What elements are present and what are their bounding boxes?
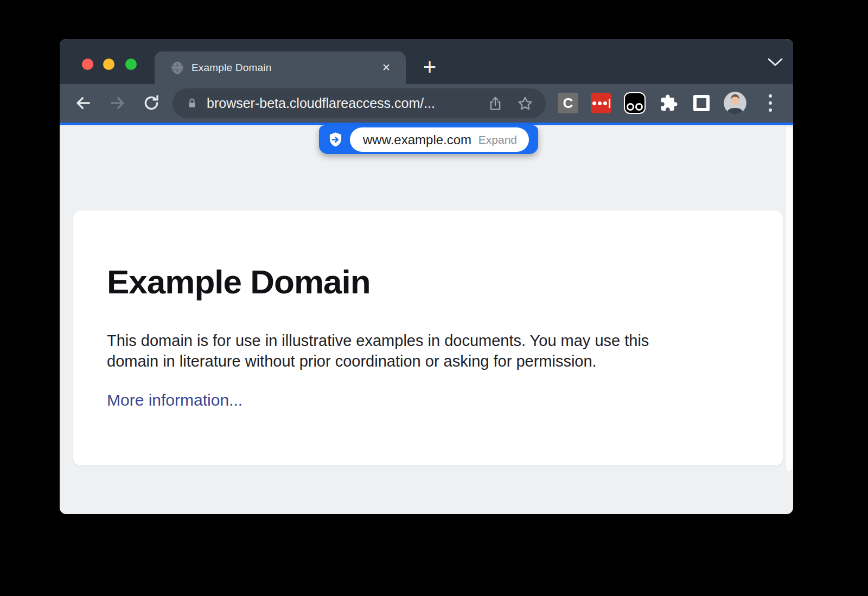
- extension-squircle-button[interactable]: [624, 92, 646, 114]
- lastpass-dot-icon: [592, 101, 596, 105]
- kebab-dot-icon: [769, 108, 772, 112]
- window-zoom-button[interactable]: [125, 59, 137, 70]
- tab-search-button[interactable]: [767, 57, 783, 67]
- tab-close-button[interactable]: ✕: [379, 60, 394, 75]
- isolation-banner[interactable]: www.example.com Expand: [319, 125, 538, 154]
- tab-strip: Example Domain ✕ +: [60, 39, 793, 84]
- extension-lastpass-button[interactable]: [591, 93, 611, 113]
- isolated-domain-text: www.example.com: [363, 132, 471, 148]
- expand-button[interactable]: Expand: [478, 133, 517, 146]
- back-arrow-icon: [74, 94, 92, 112]
- page-body: This domain is for use in illustrative e…: [107, 330, 749, 371]
- browser-menu-button[interactable]: [766, 93, 775, 113]
- page-body-line: This domain is for use in illustrative e…: [107, 330, 749, 351]
- new-tab-button[interactable]: +: [417, 56, 443, 82]
- forward-button[interactable]: [107, 93, 128, 113]
- puzzle-icon: [660, 94, 678, 112]
- toolbar: browser-beta.cloudflareaccess.com/... C: [60, 84, 793, 123]
- globe-favicon-icon: [170, 61, 184, 75]
- reload-button[interactable]: [141, 93, 162, 113]
- chevron-down-icon: [767, 57, 783, 67]
- isolation-domain-pill: www.example.com Expand: [350, 127, 529, 152]
- lastpass-dot-icon: [603, 101, 607, 105]
- forward-arrow-icon: [108, 94, 127, 112]
- extension-c-button[interactable]: C: [558, 93, 578, 113]
- squircle-circle-icon: [627, 103, 634, 111]
- page-body-line: domain in literature without prior coord…: [107, 351, 749, 371]
- back-button[interactable]: [73, 93, 93, 113]
- content-card: Example Domain This domain is for use in…: [73, 210, 783, 465]
- lastpass-bar-icon: [609, 99, 610, 108]
- lock-icon: [186, 97, 198, 111]
- share-button[interactable]: [487, 95, 503, 112]
- bookmark-button[interactable]: [516, 95, 534, 112]
- address-bar[interactable]: browser-beta.cloudflareaccess.com/...: [173, 88, 546, 118]
- star-icon: [516, 95, 534, 112]
- window-minimize-button[interactable]: [103, 59, 114, 70]
- side-panel-button[interactable]: [693, 95, 710, 111]
- extensions-menu-button[interactable]: [659, 93, 679, 113]
- screenshot-stage: Example Domain ✕ +: [0, 0, 868, 596]
- more-information-link[interactable]: More information...: [107, 391, 242, 409]
- shield-arrow-icon: [327, 131, 344, 148]
- kebab-dot-icon: [769, 101, 772, 105]
- scrollbar-thumb[interactable]: [786, 126, 793, 471]
- tab-example-domain[interactable]: Example Domain ✕: [155, 52, 406, 84]
- squircle-circle-icon: [635, 103, 643, 111]
- url-text: browser-beta.cloudflareaccess.com/...: [207, 95, 435, 111]
- kebab-dot-icon: [769, 94, 772, 98]
- profile-avatar-button[interactable]: [724, 92, 746, 114]
- window-close-button[interactable]: [82, 59, 93, 70]
- reload-icon: [142, 94, 161, 112]
- avatar: [724, 92, 746, 114]
- share-icon: [487, 95, 503, 112]
- page-title: Example Domain: [73, 262, 783, 301]
- tab-title: Example Domain: [192, 52, 271, 84]
- lastpass-dot-icon: [598, 101, 602, 105]
- browser-window: Example Domain ✕ +: [60, 39, 793, 514]
